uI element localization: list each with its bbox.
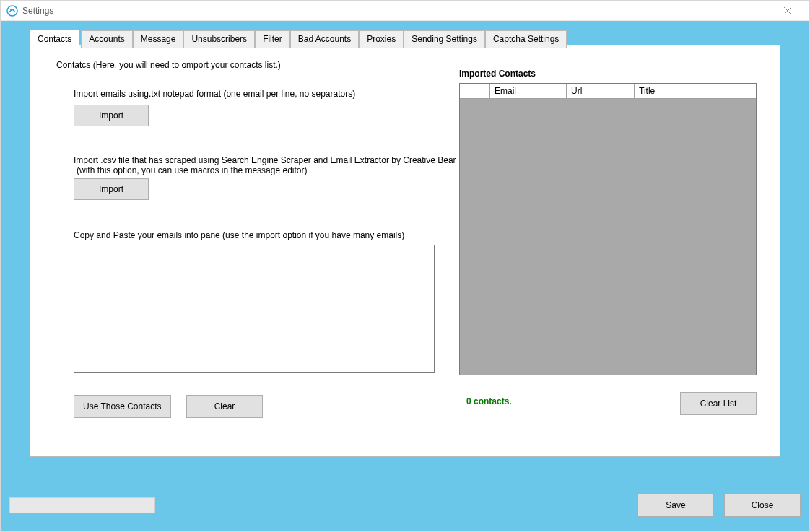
paste-emails-textarea[interactable] xyxy=(74,245,435,373)
tab-sending-settings[interactable]: Sending Settings xyxy=(404,30,485,48)
window-title: Settings xyxy=(22,6,53,16)
app-icon xyxy=(6,5,18,17)
contacts-count-label: 0 contacts. xyxy=(466,396,512,406)
close-button[interactable]: Close xyxy=(724,494,801,517)
tab-message[interactable]: Message xyxy=(133,30,184,48)
paste-hint: Copy and Paste your emails into pane (us… xyxy=(74,230,404,240)
window-close-button[interactable] xyxy=(772,1,804,21)
titlebar: Settings xyxy=(1,1,809,21)
close-icon xyxy=(784,7,791,14)
client-area: Contacts Accounts Message Unsubscribers … xyxy=(1,21,809,531)
imported-contacts-title: Imported Contacts xyxy=(459,69,536,79)
use-those-contacts-button[interactable]: Use Those Contacts xyxy=(74,395,171,418)
grid-body-empty xyxy=(460,99,756,375)
bottom-bar: Save Close xyxy=(9,488,801,523)
tab-accounts[interactable]: Accounts xyxy=(81,30,132,48)
tab-unsubscribers[interactable]: Unsubscribers xyxy=(183,30,255,48)
tab-page-contacts: Contatcs (Here, you will need to omport … xyxy=(30,45,780,457)
tab-bad-accounts[interactable]: Bad Accounts xyxy=(290,30,359,48)
import-txt-button[interactable]: Import xyxy=(74,105,149,126)
grid-header-title[interactable]: Title xyxy=(635,84,705,98)
clear-paste-button[interactable]: Clear xyxy=(186,395,263,418)
tab-captcha-settings[interactable]: Captcha Settings xyxy=(485,30,567,48)
status-slot xyxy=(9,497,155,513)
svg-point-0 xyxy=(7,6,17,16)
grid-header-row: Email Url Title xyxy=(460,84,756,99)
tab-filter[interactable]: Filter xyxy=(255,30,290,48)
tab-proxies[interactable]: Proxies xyxy=(359,30,404,48)
grid-header-url[interactable]: Url xyxy=(567,84,635,98)
clear-list-button[interactable]: Clear List xyxy=(680,392,757,415)
import-csv-button[interactable]: Import xyxy=(74,178,149,200)
grid-row-header-cell xyxy=(460,84,490,98)
import-csv-hint-line1: Import .csv file that has scraped using … xyxy=(74,155,479,165)
import-txt-hint: Import emails using.txt notepad format (… xyxy=(74,89,355,99)
grid-header-email[interactable]: Email xyxy=(490,84,567,98)
svg-point-2 xyxy=(13,9,14,11)
contacts-content: Contatcs (Here, you will need to omport … xyxy=(30,45,780,456)
contacts-header-label: Contatcs (Here, you will need to omport … xyxy=(56,60,281,70)
tab-strip: Contacts Accounts Message Unsubscribers … xyxy=(31,30,567,48)
settings-window: Settings Contacts Accounts Message Unsub… xyxy=(0,0,810,532)
tab-host: Contacts Accounts Message Unsubscribers … xyxy=(9,30,801,457)
save-button[interactable]: Save xyxy=(637,494,714,517)
imported-contacts-grid[interactable]: Email Url Title xyxy=(459,83,757,375)
svg-point-1 xyxy=(10,9,12,11)
import-csv-hint-line2: (with this option, you can use macros in… xyxy=(77,165,308,175)
tab-contacts[interactable]: Contacts xyxy=(30,30,79,48)
